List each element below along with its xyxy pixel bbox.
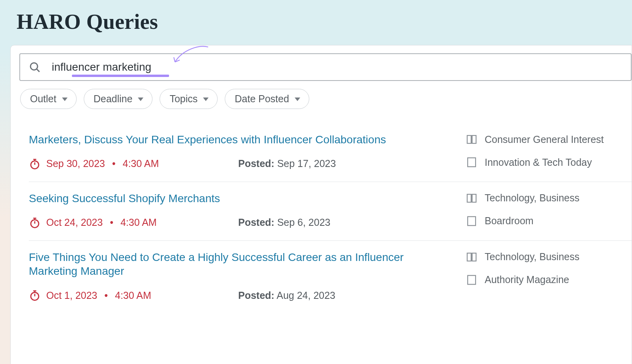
separator-dot: • bbox=[108, 217, 115, 228]
filter-date-posted[interactable]: Date Posted bbox=[225, 89, 309, 109]
book-icon bbox=[466, 133, 478, 145]
posted-value: Sep 6, 2023 bbox=[277, 217, 331, 228]
results-list: Marketers, Discuss Your Real Experiences… bbox=[19, 130, 632, 313]
posted-date: Posted: Sep 17, 2023 bbox=[238, 158, 336, 169]
building-icon bbox=[466, 215, 478, 227]
chevron-down-icon bbox=[203, 98, 209, 101]
annotation-arrow bbox=[172, 45, 211, 66]
content-card: Outlet Deadline Topics Date Posted Marke… bbox=[10, 45, 632, 364]
posted-label: Posted: bbox=[238, 158, 275, 169]
category-text: Technology, Business bbox=[485, 192, 579, 204]
svg-rect-22 bbox=[468, 217, 476, 226]
book-icon bbox=[466, 192, 478, 204]
posted-date: Posted: Sep 6, 2023 bbox=[238, 217, 330, 228]
deadline: Oct 1, 2023 • 4:30 AM bbox=[29, 289, 238, 301]
category-text: Technology, Business bbox=[485, 251, 579, 263]
posted-label: Posted: bbox=[238, 290, 275, 301]
outlet-row: Authority Magazine bbox=[466, 274, 632, 286]
search-icon bbox=[29, 61, 41, 73]
stopwatch-icon bbox=[29, 289, 41, 301]
building-icon bbox=[466, 274, 478, 286]
annotation-underline bbox=[72, 75, 169, 77]
posted-label: Posted: bbox=[238, 217, 275, 228]
search-input[interactable] bbox=[52, 61, 622, 73]
svg-line-1 bbox=[37, 69, 40, 72]
posted-value: Sep 17, 2023 bbox=[277, 158, 336, 169]
category-row: Technology, Business bbox=[466, 192, 632, 204]
result-title-link[interactable]: Seeking Successful Shopify Merchants bbox=[29, 192, 220, 205]
deadline-date: Oct 1, 2023 bbox=[46, 290, 97, 301]
result-title-link[interactable]: Marketers, Discuss Your Real Experiences… bbox=[29, 133, 386, 146]
filter-label: Date Posted bbox=[235, 93, 289, 105]
result-title-link[interactable]: Five Things You Need to Create a Highly … bbox=[29, 251, 404, 278]
filter-label: Deadline bbox=[94, 93, 133, 105]
svg-rect-7 bbox=[468, 158, 476, 167]
result-row: Marketers, Discuss Your Real Experiences… bbox=[29, 130, 632, 182]
stopwatch-icon bbox=[29, 217, 41, 229]
search-container bbox=[19, 53, 632, 81]
page-title: HARO Queries bbox=[17, 9, 632, 34]
category-row: Consumer General Interest bbox=[466, 133, 632, 145]
deadline-time: 4:30 AM bbox=[123, 158, 159, 169]
filter-label: Topics bbox=[169, 93, 198, 105]
outlet-row: Boardroom bbox=[466, 215, 632, 227]
posted-value: Aug 24, 2023 bbox=[276, 290, 335, 301]
outlet-row: Innovation & Tech Today bbox=[466, 156, 632, 168]
chevron-down-icon bbox=[295, 98, 300, 101]
category-text: Consumer General Interest bbox=[485, 134, 604, 145]
stopwatch-icon bbox=[29, 158, 41, 170]
chevron-down-icon bbox=[62, 98, 68, 101]
filter-deadline[interactable]: Deadline bbox=[84, 89, 153, 109]
separator-dot: • bbox=[111, 158, 117, 169]
filter-bar: Outlet Deadline Topics Date Posted bbox=[19, 89, 632, 109]
filter-topics[interactable]: Topics bbox=[160, 89, 218, 109]
filter-outlet[interactable]: Outlet bbox=[20, 89, 77, 109]
category-row: Technology, Business bbox=[466, 251, 632, 263]
building-icon bbox=[466, 156, 478, 168]
svg-rect-37 bbox=[468, 275, 476, 284]
posted-date: Posted: Aug 24, 2023 bbox=[238, 290, 335, 301]
deadline-time: 4:30 AM bbox=[115, 290, 151, 301]
separator-dot: • bbox=[103, 290, 109, 301]
deadline: Oct 24, 2023 • 4:30 AM bbox=[29, 217, 238, 229]
outlet-text: Authority Magazine bbox=[485, 274, 569, 285]
filter-label: Outlet bbox=[30, 93, 56, 105]
outlet-text: Boardroom bbox=[485, 215, 534, 227]
result-row: Five Things You Need to Create a Highly … bbox=[29, 241, 632, 313]
book-icon bbox=[466, 251, 478, 263]
chevron-down-icon bbox=[138, 98, 143, 101]
deadline-date: Sep 30, 2023 bbox=[46, 158, 105, 169]
deadline-time: 4:30 AM bbox=[120, 217, 157, 228]
deadline-date: Oct 24, 2023 bbox=[46, 217, 103, 228]
outlet-text: Innovation & Tech Today bbox=[485, 157, 592, 168]
result-row: Seeking Successful Shopify Merchants Oct… bbox=[29, 182, 632, 241]
svg-point-0 bbox=[30, 63, 38, 70]
deadline: Sep 30, 2023 • 4:30 AM bbox=[29, 158, 238, 170]
